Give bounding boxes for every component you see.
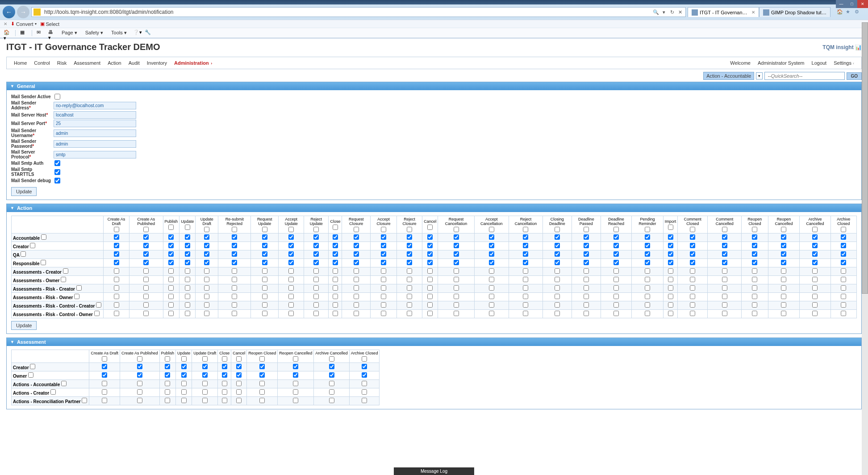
cell-checkbox[interactable] (645, 260, 650, 265)
cell-checkbox[interactable] (114, 243, 119, 248)
cell-checkbox[interactable] (841, 311, 846, 316)
cell-checkbox[interactable] (165, 398, 170, 403)
cell-checkbox[interactable] (204, 311, 209, 316)
cell-checkbox[interactable] (102, 398, 107, 403)
cell-checkbox[interactable] (102, 389, 107, 395)
cell-checkbox[interactable] (185, 243, 190, 248)
cell-checkbox[interactable] (168, 234, 174, 240)
column-select-all-checkbox[interactable] (613, 227, 619, 232)
cell-checkbox[interactable] (143, 277, 149, 282)
cell-checkbox[interactable] (427, 294, 433, 299)
cell-checkbox[interactable] (288, 243, 294, 248)
cell-checkbox[interactable] (722, 285, 727, 291)
cell-checkbox[interactable] (313, 294, 319, 299)
cell-checkbox[interactable] (354, 268, 359, 274)
favorites-icon[interactable]: ★ (846, 9, 852, 15)
scroll-thumb[interactable] (862, 22, 868, 294)
cell-checkbox[interactable] (584, 234, 589, 240)
cell-checkbox[interactable] (168, 294, 174, 299)
nav-assessment[interactable]: Assessment (70, 59, 104, 67)
cell-checkbox[interactable] (489, 251, 494, 257)
page-menu[interactable]: Page ▾ (60, 29, 79, 37)
cell-checkbox[interactable] (613, 260, 619, 265)
cell-checkbox[interactable] (752, 268, 757, 274)
row-select-all-checkbox[interactable] (94, 311, 100, 316)
cell-checkbox[interactable] (168, 277, 174, 282)
cell-checkbox[interactable] (202, 381, 208, 386)
cell-checkbox[interactable] (668, 260, 673, 265)
cell-checkbox[interactable] (293, 381, 298, 386)
cell-checkbox[interactable] (690, 285, 695, 291)
cell-checkbox[interactable] (313, 243, 319, 248)
cell-checkbox[interactable] (781, 268, 786, 274)
cell-checkbox[interactable] (288, 251, 294, 257)
cell-checkbox[interactable] (427, 302, 433, 308)
cell-checkbox[interactable] (259, 381, 265, 386)
cell-checkbox[interactable] (202, 398, 208, 403)
cell-checkbox[interactable] (454, 268, 459, 274)
cell-checkbox[interactable] (690, 251, 695, 257)
cell-checkbox[interactable] (181, 381, 187, 386)
cell-checkbox[interactable] (584, 243, 589, 248)
cell-checkbox[interactable] (204, 294, 209, 299)
row-select-all-checkbox[interactable] (82, 398, 87, 403)
cell-checkbox[interactable] (259, 364, 265, 369)
cell-checkbox[interactable] (362, 364, 367, 369)
cell-checkbox[interactable] (427, 260, 433, 265)
cell-checkbox[interactable] (489, 268, 494, 274)
cell-checkbox[interactable] (407, 311, 412, 316)
cell-checkbox[interactable] (690, 268, 695, 274)
cell-checkbox[interactable] (381, 277, 386, 282)
cell-checkbox[interactable] (812, 268, 818, 274)
column-select-all-checkbox[interactable] (114, 227, 119, 232)
cell-checkbox[interactable] (354, 285, 359, 291)
cell-checkbox[interactable] (722, 277, 727, 282)
cell-checkbox[interactable] (407, 251, 412, 257)
cell-checkbox[interactable] (454, 285, 459, 291)
cell-checkbox[interactable] (313, 260, 319, 265)
cell-checkbox[interactable] (841, 302, 846, 308)
column-select-all-checkbox[interactable] (181, 356, 187, 362)
column-select-all-checkbox[interactable] (236, 356, 242, 362)
column-select-all-checkbox[interactable] (137, 356, 142, 362)
cell-checkbox[interactable] (812, 302, 818, 308)
cell-checkbox[interactable] (288, 260, 294, 265)
cell-checkbox[interactable] (489, 302, 494, 308)
column-select-all-checkbox[interactable] (262, 227, 267, 232)
cell-checkbox[interactable] (185, 277, 190, 282)
cell-checkbox[interactable] (236, 372, 242, 378)
toolbar-close-icon[interactable]: ✕ (4, 21, 7, 26)
column-select-all-checkbox[interactable] (645, 227, 650, 232)
cell-checkbox[interactable] (262, 243, 267, 248)
cell-checkbox[interactable] (523, 277, 528, 282)
cell-checkbox[interactable] (204, 251, 209, 257)
cell-checkbox[interactable] (143, 260, 149, 265)
row-select-all-checkbox[interactable] (28, 372, 33, 378)
cell-checkbox[interactable] (362, 381, 367, 386)
search-icon[interactable]: 🔍 (652, 8, 659, 16)
column-select-all-checkbox[interactable] (204, 227, 209, 232)
row-select-all-checkbox[interactable] (61, 277, 66, 282)
cell-checkbox[interactable] (313, 311, 319, 316)
cell-checkbox[interactable] (454, 302, 459, 308)
general-update-button[interactable]: Update (11, 187, 37, 196)
cell-checkbox[interactable] (690, 277, 695, 282)
cell-checkbox[interactable] (262, 294, 267, 299)
cell-checkbox[interactable] (668, 251, 673, 257)
cell-checkbox[interactable] (668, 294, 673, 299)
cell-checkbox[interactable] (812, 251, 818, 257)
cell-checkbox[interactable] (354, 243, 359, 248)
cell-checkbox[interactable] (137, 381, 142, 386)
nav-audit[interactable]: Audit (125, 59, 143, 67)
action-panel-header[interactable]: ▼ Action (7, 204, 861, 212)
settings-link[interactable]: Settings ‹ (830, 59, 858, 67)
cell-checkbox[interactable] (489, 243, 494, 248)
cell-checkbox[interactable] (407, 243, 412, 248)
refresh-icon[interactable]: ↻ (668, 8, 676, 16)
cell-checkbox[interactable] (204, 302, 209, 308)
cell-checkbox[interactable] (259, 398, 265, 403)
column-select-all-checkbox[interactable] (313, 227, 319, 232)
cell-checkbox[interactable] (204, 285, 209, 291)
cell-checkbox[interactable] (613, 268, 619, 274)
cell-checkbox[interactable] (489, 294, 494, 299)
